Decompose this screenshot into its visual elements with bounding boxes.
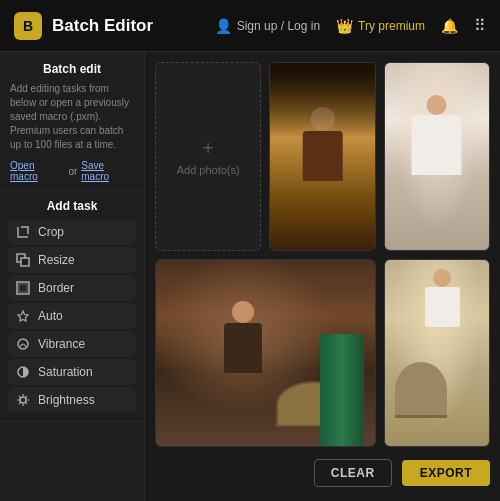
crop-label: Crop	[38, 225, 64, 239]
add-photos-label: Add photo(s)	[177, 164, 240, 176]
batch-edit-description: Add editing tasks from below or open a p…	[10, 82, 134, 152]
task-auto[interactable]: Auto	[8, 303, 136, 329]
user-icon: 👤	[215, 18, 232, 34]
bell-icon: 🔔	[441, 18, 458, 34]
task-resize[interactable]: Resize	[8, 247, 136, 273]
auto-icon	[16, 309, 30, 323]
crown-icon: 👑	[336, 18, 353, 34]
premium-button[interactable]: 👑 Try premium	[336, 18, 425, 34]
resize-label: Resize	[38, 253, 75, 267]
task-vibrance[interactable]: Vibrance	[8, 331, 136, 357]
sign-in-button[interactable]: 👤 Sign up / Log in	[215, 18, 320, 34]
export-button[interactable]: EXPORT	[402, 460, 490, 486]
svg-line-11	[19, 396, 20, 397]
add-icon: +	[202, 137, 214, 160]
add-photos-cell[interactable]: + Add photo(s)	[155, 62, 261, 251]
clear-button[interactable]: CLEAR	[314, 459, 392, 487]
batch-edit-section: Batch edit Add editing tasks from below …	[0, 52, 144, 191]
logo-icon: B	[14, 12, 42, 40]
svg-line-13	[26, 396, 27, 397]
apps-button[interactable]: ⠿	[474, 16, 486, 35]
border-icon	[16, 281, 30, 295]
photo-item-2[interactable]	[384, 62, 490, 251]
task-crop[interactable]: Crop	[8, 219, 136, 245]
bell-button[interactable]: 🔔	[441, 18, 458, 34]
batch-edit-title: Batch edit	[10, 62, 134, 76]
main-layout: Batch edit Add editing tasks from below …	[0, 52, 500, 501]
open-macro-link[interactable]: Open macro	[10, 160, 64, 182]
photo-item-3[interactable]	[155, 259, 376, 448]
save-macro-link[interactable]: Save macro	[81, 160, 134, 182]
resize-icon	[16, 253, 30, 267]
add-task-title: Add task	[8, 199, 136, 213]
saturation-icon	[16, 365, 30, 379]
vibrance-label: Vibrance	[38, 337, 85, 351]
photo-grid: + Add photo(s)	[155, 62, 490, 447]
vibrance-icon	[16, 337, 30, 351]
brightness-icon	[16, 393, 30, 407]
bottom-bar: CLEAR EXPORT	[155, 455, 490, 491]
brightness-label: Brightness	[38, 393, 95, 407]
apps-icon: ⠿	[474, 16, 486, 35]
svg-line-12	[26, 403, 27, 404]
or-text: or	[68, 166, 77, 177]
svg-point-6	[20, 397, 26, 403]
sign-in-label: Sign up / Log in	[237, 19, 320, 33]
header: B Batch Editor 👤 Sign up / Log in 👑 Try …	[0, 0, 500, 52]
add-task-section: Add task Crop Resize	[0, 191, 144, 422]
task-saturation[interactable]: Saturation	[8, 359, 136, 385]
border-label: Border	[38, 281, 74, 295]
svg-line-14	[19, 403, 20, 404]
svg-rect-1	[21, 258, 29, 266]
content-area: + Add photo(s)	[145, 52, 500, 501]
task-border[interactable]: Border	[8, 275, 136, 301]
task-brightness[interactable]: Brightness	[8, 387, 136, 413]
header-left: B Batch Editor	[14, 12, 153, 40]
premium-label: Try premium	[358, 19, 425, 33]
photo-item-4[interactable]	[384, 259, 490, 448]
app-title: Batch Editor	[52, 16, 153, 36]
svg-rect-3	[19, 284, 27, 292]
macro-links: Open macro or Save macro	[10, 160, 134, 182]
sidebar: Batch edit Add editing tasks from below …	[0, 52, 145, 501]
photo-item-1[interactable]	[269, 62, 375, 251]
crop-icon	[16, 225, 30, 239]
header-right: 👤 Sign up / Log in 👑 Try premium 🔔 ⠿	[215, 16, 486, 35]
auto-label: Auto	[38, 309, 63, 323]
saturation-label: Saturation	[38, 365, 93, 379]
